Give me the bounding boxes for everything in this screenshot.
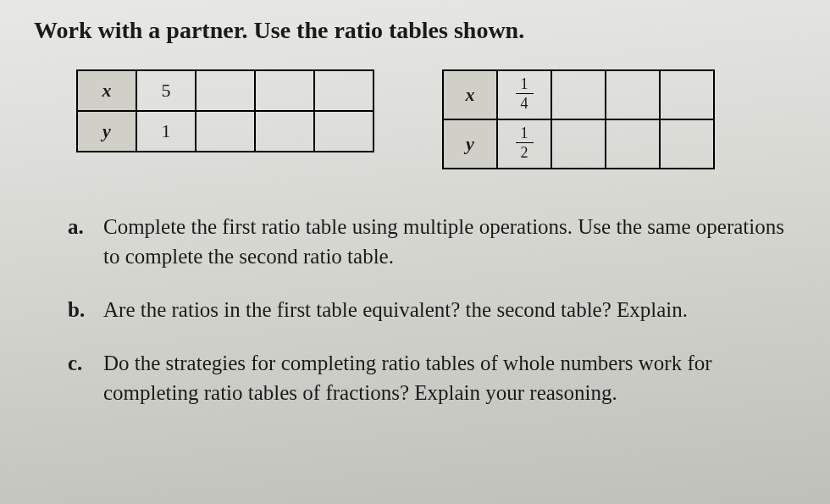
- question-text: Do the strategies for completing ratio t…: [103, 348, 796, 407]
- row-label-x: x: [77, 70, 136, 111]
- question-c: c. Do the strategies for completing rati…: [68, 348, 796, 407]
- ratio-tables-container: x 5 y 1 x 1 4 y: [76, 69, 805, 169]
- cell: 1: [136, 111, 196, 152]
- cell: [255, 70, 314, 111]
- fraction-numerator: 1: [516, 76, 534, 94]
- question-b: b. Are the ratios in the first table equ…: [68, 295, 796, 324]
- cell: 5: [136, 70, 196, 111]
- cell: [551, 70, 606, 119]
- fraction: 1 2: [516, 125, 534, 160]
- ratio-table-2: x 1 4 y 1 2: [442, 69, 715, 169]
- question-label: b.: [68, 295, 103, 324]
- table-row: x 5: [77, 70, 374, 111]
- table-row: y 1 2: [443, 119, 714, 169]
- fraction-denominator: 4: [516, 94, 534, 111]
- question-text: Complete the first ratio table using mul…: [103, 212, 796, 271]
- instruction-heading: Work with a partner. Use the ratio table…: [34, 17, 805, 44]
- cell: [255, 111, 314, 152]
- fraction: 1 4: [516, 76, 534, 111]
- cell: [314, 70, 374, 111]
- row-label-x: x: [443, 70, 497, 119]
- cell: [314, 111, 374, 152]
- table-row: y 1: [77, 111, 374, 152]
- questions-list: a. Complete the first ratio table using …: [68, 212, 796, 407]
- question-label: c.: [68, 348, 103, 407]
- cell: [196, 111, 255, 152]
- question-text: Are the ratios in the first table equiva…: [103, 295, 796, 324]
- cell: [660, 70, 714, 119]
- cell: [551, 119, 606, 169]
- question-a: a. Complete the first ratio table using …: [68, 212, 796, 271]
- cell: 1 4: [497, 70, 551, 119]
- cell: [660, 119, 714, 169]
- cell: 1 2: [497, 119, 551, 169]
- question-label: a.: [68, 212, 103, 271]
- ratio-table-1: x 5 y 1: [76, 69, 374, 152]
- table-row: x 1 4: [443, 70, 714, 119]
- row-label-y: y: [443, 119, 497, 169]
- cell: [606, 70, 660, 119]
- row-label-y: y: [77, 111, 136, 152]
- cell: [196, 70, 255, 111]
- fraction-denominator: 2: [516, 143, 534, 160]
- cell: [606, 119, 660, 169]
- fraction-numerator: 1: [516, 125, 534, 143]
